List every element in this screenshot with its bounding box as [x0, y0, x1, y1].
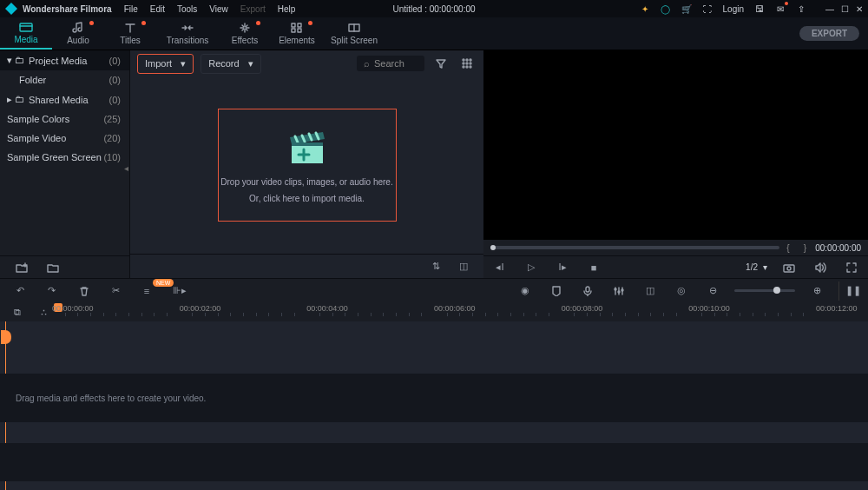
marker-icon[interactable] — [547, 281, 566, 301]
sidebar-item-count: (0) — [109, 56, 121, 66]
tab-label: Elements — [279, 36, 315, 45]
support-icon[interactable]: ◯ — [661, 3, 671, 14]
preview-quality-dropdown[interactable]: 1/2 ▾ — [746, 262, 767, 272]
folder-icon[interactable] — [43, 258, 62, 277]
new-folder-icon[interactable] — [12, 258, 31, 277]
sort-icon[interactable]: ⇅ — [426, 257, 445, 276]
preview-scrubber[interactable] — [490, 246, 779, 249]
mixer-icon[interactable] — [609, 281, 628, 301]
sidebar-item-sample-colors[interactable]: Sample Colors (25) — [0, 109, 129, 129]
redo-button[interactable]: ↷ — [42, 281, 61, 301]
timeline-expand-icon[interactable]: ⧉ — [9, 302, 26, 321]
tab-transitions[interactable]: Transitions — [156, 17, 219, 50]
sidebar-item-shared-media[interactable]: ▸ 🗀 Shared Media (0) — [0, 89, 129, 109]
svg-rect-17 — [784, 265, 794, 272]
sidebar-item-sample-green-screen[interactable]: Sample Green Screen (10) — [0, 148, 129, 167]
tab-elements[interactable]: Elements — [271, 17, 323, 50]
search-icon: ⌕ — [364, 58, 370, 69]
dropdown-label: Import — [145, 58, 172, 69]
maximize-button[interactable]: ☐ — [841, 4, 849, 14]
thumbnail-size-icon[interactable]: ◫ — [454, 257, 473, 276]
export-button[interactable]: EXPORT — [799, 26, 859, 41]
import-dropdown[interactable]: Import ▾ — [137, 54, 194, 74]
stop-button[interactable]: ■ — [584, 258, 603, 277]
dropzone-text-1: Drop your video clips, images, or audio … — [220, 177, 392, 187]
record-dropdown[interactable]: Record ▾ — [201, 54, 260, 74]
sidebar-item-count: (0) — [109, 75, 121, 85]
menu-file[interactable]: File — [124, 4, 138, 14]
sidebar-item-sample-video[interactable]: Sample Video (20) — [0, 129, 129, 148]
menu-view[interactable]: View — [209, 4, 228, 14]
play-button[interactable]: ▷ — [522, 258, 541, 277]
keyframe-icon[interactable]: ◫ — [641, 281, 660, 301]
sidebar-item-project-media[interactable]: ▾ 🗀 Project Media (0) — [0, 50, 129, 70]
media-panel: Import ▾ Record ▾ ⌕ Search — [130, 50, 483, 278]
record-keyframe-icon[interactable]: ◎ — [672, 281, 691, 301]
clapperboard-icon — [283, 127, 332, 167]
chevron-down-icon: ▾ — [181, 58, 186, 70]
zoom-fit-icon[interactable]: ❚❚ — [838, 281, 858, 301]
prev-frame-button[interactable]: ◂I — [490, 258, 510, 277]
tab-label: Titles — [120, 36, 141, 45]
svg-point-22 — [621, 289, 623, 291]
zoom-out-icon[interactable]: ⊖ — [703, 281, 722, 301]
svg-rect-3 — [292, 29, 295, 32]
ruler-tick: 00:00:06:00 — [434, 304, 476, 313]
premium-icon[interactable]: ✦ — [640, 3, 650, 14]
tab-split-screen[interactable]: Split Screen — [323, 17, 385, 50]
tab-label: Media — [14, 35, 37, 44]
grid-view-icon[interactable] — [457, 54, 477, 73]
zoom-in-icon[interactable]: ⊕ — [807, 281, 826, 301]
main-menu: File Edit Tools View Export Help — [124, 4, 296, 14]
tab-effects[interactable]: Effects — [219, 17, 271, 50]
tab-audio[interactable]: Audio — [52, 17, 104, 50]
gift-icon[interactable]: ⛶ — [702, 3, 713, 14]
fullscreen-icon[interactable] — [842, 258, 861, 277]
voiceover-icon[interactable] — [578, 281, 597, 301]
tab-label: Split Screen — [331, 36, 378, 45]
timeline-ruler[interactable]: 00:00:00:0000:00:02:0000:00:04:0000:00:0… — [52, 302, 868, 321]
sidebar-item-folder[interactable]: Folder (0) — [0, 70, 129, 89]
cart-icon[interactable]: 🛒 — [681, 3, 692, 14]
ruler-tick: 00:00:10:00 — [688, 304, 730, 313]
mail-icon[interactable]: ✉ — [775, 3, 786, 14]
category-tabs: Media Audio Titles Transitions Effects E… — [0, 17, 868, 50]
render-preview-icon[interactable]: ◉ — [516, 281, 535, 301]
zoom-slider[interactable] — [734, 289, 795, 292]
ruler-tick: 00:00:02:00 — [180, 304, 221, 313]
svg-point-20 — [615, 288, 616, 290]
menu-help[interactable]: Help — [278, 4, 296, 14]
tab-label: Effects — [232, 36, 258, 45]
sidebar-item-count: (0) — [109, 95, 121, 105]
filter-icon[interactable] — [431, 54, 450, 73]
save-icon[interactable]: 🖫 — [754, 3, 765, 14]
playhead-handle[interactable] — [1, 330, 11, 344]
snapshot-icon[interactable] — [779, 258, 799, 277]
menu-tools[interactable]: Tools — [177, 4, 197, 14]
sidebar-collapse-icon[interactable]: ◂ — [124, 163, 128, 173]
tab-media[interactable]: Media — [0, 17, 52, 50]
svg-point-6 — [463, 59, 464, 61]
tab-titles[interactable]: Titles — [104, 17, 156, 50]
undo-button[interactable]: ↶ — [10, 281, 30, 301]
sidebar-item-label: Sample Colors — [7, 114, 69, 124]
svg-point-10 — [466, 63, 468, 64]
preview-timecode: 00:00:00:00 — [815, 243, 861, 253]
menu-edit[interactable]: Edit — [150, 4, 165, 14]
timeline-tracks[interactable]: Drag media and effects here to create yo… — [0, 321, 868, 490]
split-button[interactable]: ✂ — [106, 281, 125, 301]
svg-point-18 — [787, 267, 791, 270]
account-icon[interactable]: ⇪ — [796, 3, 806, 14]
delete-button[interactable] — [75, 281, 94, 301]
close-button[interactable]: ✕ — [856, 4, 863, 14]
login-button[interactable]: Login — [723, 4, 744, 14]
minimize-button[interactable]: — — [825, 4, 834, 14]
tab-label: Audio — [67, 36, 89, 45]
new-badge: NEW — [153, 279, 174, 287]
next-frame-button[interactable]: I▸ — [553, 258, 572, 277]
import-dropzone[interactable]: Drop your video clips, images, or audio … — [218, 109, 397, 222]
search-input[interactable]: ⌕ Search — [357, 56, 424, 71]
ruler-tick: 00:00:04:00 — [306, 304, 348, 313]
timeline-link-icon[interactable]: ⛬ — [35, 302, 52, 321]
volume-icon[interactable] — [811, 258, 830, 277]
